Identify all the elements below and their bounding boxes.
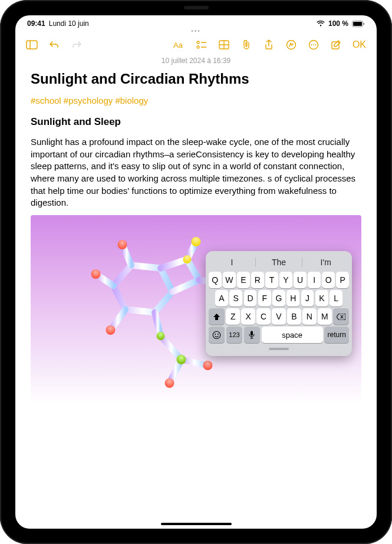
key-h[interactable]: H [286,290,299,306]
svg-point-28 [91,269,101,279]
svg-point-32 [203,361,213,370]
key-numbers[interactable]: 123 [226,327,242,343]
key-v[interactable]: V [272,308,285,325]
key-x[interactable]: X [241,308,255,325]
key-return[interactable]: return [324,327,349,343]
markup-icon[interactable] [285,39,297,51]
note-modified-date: 10 juillet 2024 à 16:39 [31,55,361,71]
status-left: 09:41 Lundi 10 juin [27,19,89,28]
keyboard-suggestions: I The I'm [209,255,349,270]
key-f[interactable]: F [258,290,271,306]
note-toolbar: Aa [15,34,377,55]
toolbar-right: Aa [173,39,366,51]
key-a[interactable]: A [215,290,228,306]
key-dictation[interactable] [244,327,260,343]
key-p[interactable]: P [336,272,349,288]
redo-icon [71,39,83,51]
key-d[interactable]: D [244,290,257,306]
key-i[interactable]: I [308,272,321,288]
key-b[interactable]: B [287,308,301,325]
key-w[interactable]: W [223,272,236,288]
key-k[interactable]: K [315,290,328,306]
key-t[interactable]: T [265,272,278,288]
more-icon[interactable] [308,39,319,51]
note-title[interactable]: Sunlight and Circadian Rhythms [31,71,361,87]
svg-point-36 [177,355,186,364]
key-m[interactable]: M [318,308,331,325]
undo-icon[interactable] [48,39,60,51]
svg-rect-2 [364,22,365,25]
ipad-device-frame: 09:41 Lundi 10 juin 100 % ••• [0,0,392,544]
checklist-icon[interactable] [196,39,207,51]
svg-rect-18 [332,42,339,49]
key-q[interactable]: Q [209,272,222,288]
svg-point-34 [192,237,201,246]
svg-point-38 [213,331,220,339]
camera-housing [184,6,209,9]
key-delete[interactable] [333,308,349,325]
floating-keyboard[interactable]: I The I'm Q W E R T Y U I O P A S [206,251,352,356]
svg-rect-1 [353,22,362,26]
note-tags[interactable]: #school #psychology #biology [31,95,361,105]
key-o[interactable]: O [322,272,335,288]
status-right: 100 % [317,19,365,28]
key-g[interactable]: G [272,290,285,306]
svg-point-35 [183,255,192,263]
suggestion-2[interactable]: The [256,258,302,267]
note-body-text[interactable]: Sunlight has a profound impact on the sl… [31,136,361,209]
svg-point-6 [197,41,199,44]
svg-point-17 [315,44,316,45]
keyboard-row-4: 123 space return [209,327,349,343]
svg-point-31 [165,378,174,388]
svg-point-40 [218,334,219,335]
key-c[interactable]: C [256,308,270,325]
multitask-dots[interactable]: ••• [15,29,377,34]
share-icon[interactable] [263,39,275,51]
attachment-icon[interactable] [241,39,252,51]
key-e[interactable]: E [237,272,250,288]
key-z[interactable]: Z [226,308,239,325]
svg-point-15 [311,44,312,45]
key-n[interactable]: N [302,308,316,325]
key-y[interactable]: Y [279,272,292,288]
suggestion-3[interactable]: I'm [302,258,349,267]
battery-icon [352,21,365,27]
battery-percent: 100 % [328,19,348,28]
screen: 09:41 Lundi 10 juin 100 % ••• [15,15,377,529]
wifi-icon [317,21,325,27]
text-format-icon[interactable]: Aa [173,39,185,51]
svg-point-29 [118,240,127,249]
svg-point-8 [197,46,199,48]
note-subtitle[interactable]: Sunlight and Sleep [31,116,361,128]
svg-point-16 [313,44,314,45]
svg-rect-41 [251,331,253,336]
key-j[interactable]: J [301,290,314,306]
key-s[interactable]: S [229,290,242,306]
svg-point-37 [157,332,165,340]
svg-text:Aa: Aa [173,41,183,50]
svg-point-30 [106,325,116,335]
key-shift[interactable] [209,308,225,325]
keyboard-row-3: Z X C V B N M [209,308,349,325]
toolbar-left [26,39,83,51]
svg-point-39 [215,334,216,335]
sidebar-toggle-icon[interactable] [26,39,38,51]
svg-rect-3 [27,41,37,49]
key-r[interactable]: R [251,272,264,288]
suggestion-1[interactable]: I [209,258,255,267]
done-button[interactable]: OK [353,39,366,50]
key-emoji[interactable] [209,327,225,343]
home-indicator[interactable] [161,523,232,525]
status-date: Lundi 10 juin [49,19,89,28]
key-space[interactable]: space [262,327,323,343]
key-u[interactable]: U [294,272,307,288]
keyboard-row-2: A S D F G H J K L [209,290,349,306]
keyboard-row-1: Q W E R T Y U I O P [209,272,349,288]
keyboard-drag-handle[interactable] [269,348,289,350]
table-icon[interactable] [218,39,230,51]
key-l[interactable]: L [330,290,342,306]
compose-icon[interactable] [330,39,342,51]
status-time: 09:41 [27,19,45,28]
